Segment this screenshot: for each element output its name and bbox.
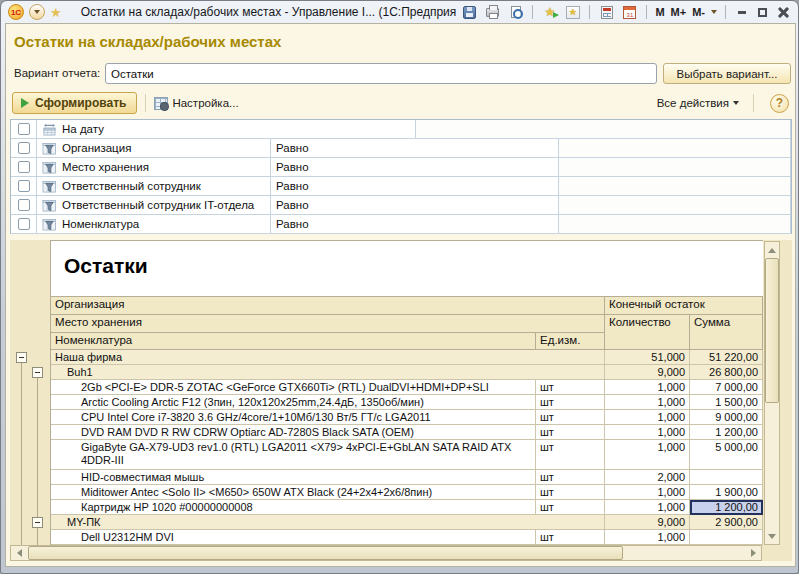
report-cell-group-name[interactable]: MY-ПК [51,515,605,530]
report-cell-unit[interactable]: шт [536,395,605,410]
main-menu-button[interactable] [29,4,45,20]
filter-condition[interactable]: Равно [271,139,559,158]
filter-condition[interactable]: Равно [271,158,559,177]
filter-value[interactable] [559,177,791,196]
filter-value[interactable] [559,158,791,177]
report-cell-sum[interactable]: 26 800,00 [690,365,763,380]
report-cell-sum-selected[interactable]: 1 200,00 [690,500,763,515]
settings-button[interactable]: Настройка... [154,97,238,110]
filter-checkbox[interactable] [18,123,30,135]
filter-checkbox[interactable] [18,142,30,154]
collapse-group-button[interactable] [32,367,43,378]
report-cell-nomenclature[interactable]: Miditower Antec <Solo II> <M650> 650W AT… [51,485,536,500]
memory-subtract-button[interactable]: M- [692,6,705,18]
report-cell-nomenclature[interactable]: Dell U2312HM DVI [51,530,536,545]
report-cell-unit[interactable]: шт [536,440,605,470]
report-cell-quantity[interactable]: 1,000 [605,380,690,395]
filter-checkbox[interactable] [18,161,30,173]
report-cell-group-name[interactable]: Buh1 [51,365,605,380]
filter-checkbox[interactable] [18,180,30,192]
report-cell-quantity[interactable]: 1,000 [605,485,690,500]
report-cell-quantity[interactable]: 51,000 [605,350,690,365]
report-cell-nomenclature[interactable]: HID-совместимая мышь [51,470,536,485]
report-cell-sum[interactable]: 7 000,00 [690,380,763,395]
report-cell-sum[interactable] [690,470,763,485]
filter-field[interactable]: Ответственный сотрудник [37,177,271,196]
all-actions-button[interactable]: Все действия [657,97,739,109]
report-cell-quantity[interactable]: 9,000 [605,365,690,380]
report-cell-quantity[interactable]: 9,000 [605,515,690,530]
filter-field[interactable]: Номенклатура [37,215,271,234]
more-tools-chevron-icon[interactable] [711,10,717,14]
filter-value[interactable] [559,139,791,158]
report-cell-quantity[interactable]: 1,000 [605,395,690,410]
help-button[interactable]: ? [770,94,789,113]
horizontal-scroll-thumb[interactable] [28,546,623,560]
filter-field[interactable]: На дату [37,120,416,139]
filter-field[interactable]: Ответственный сотрудник IT-отдела [37,196,271,215]
report-cell-nomenclature[interactable]: GigaByte GA-X79-UD3 rev1.0 (RTL) LGA2011… [51,440,536,470]
print-button[interactable] [484,4,501,20]
vertical-scroll-thumb[interactable] [765,258,779,403]
filter-checkbox[interactable] [18,218,30,230]
collapse-group-button[interactable] [16,352,27,363]
favorites-list-button[interactable]: ★ [564,4,581,20]
filter-field[interactable]: Организация [37,139,271,158]
report-cell-group-name[interactable]: Наша фирма [51,350,605,365]
report-cell-sum[interactable]: 5 000,00 [690,440,763,470]
scroll-right-button[interactable] [746,547,760,559]
report-cell-unit[interactable]: шт [536,485,605,500]
filter-checkbox[interactable] [18,199,30,211]
report-cell-quantity[interactable]: 2,000 [605,470,690,485]
report-cell-unit[interactable]: шт [536,470,605,485]
filter-condition[interactable]: Равно [271,177,559,196]
filter-value[interactable] [559,196,791,215]
collapse-group-button[interactable] [32,517,43,528]
report-cell-sum[interactable]: 1 500,00 [690,395,763,410]
report-cell-nomenclature[interactable]: 2Gb <PCI-E> DDR-5 ZOTAC <GeForce GTX660T… [51,380,536,395]
favorites-star-icon[interactable]: ★ [50,6,62,19]
filter-value[interactable] [559,215,791,234]
filter-field[interactable]: Место хранения [37,158,271,177]
filter-condition[interactable]: Равно [271,196,559,215]
scroll-down-button[interactable] [766,529,778,543]
scroll-left-button[interactable] [12,547,26,559]
report-cell-sum[interactable]: 51 220,00 [690,350,763,365]
report-cell-sum[interactable]: 1 200,00 [690,425,763,440]
horizontal-scrollbar[interactable] [10,545,762,561]
memory-recall-button[interactable]: M [655,6,664,18]
memory-add-button[interactable]: M+ [671,6,687,18]
report-cell-sum[interactable]: 2 900,00 [690,515,763,530]
filter-condition[interactable]: Равно [271,215,559,234]
report-cell-nomenclature[interactable]: Картридж HP 1020 #00000000008 [51,500,536,515]
report-cell-sum[interactable]: 1 900,00 [690,485,763,500]
report-cell-unit[interactable]: шт [536,410,605,425]
select-variant-button[interactable]: Выбрать вариант... [663,63,791,84]
print-preview-button[interactable] [507,4,524,20]
report-cell-nomenclature[interactable]: CPU Intel Core i7-3820 3.6 GHz/4core/1+1… [51,410,536,425]
calendar-button[interactable]: 31 [621,4,638,20]
report-cell-quantity[interactable]: 1,000 [605,530,690,545]
maximize-button[interactable] [755,5,770,19]
vertical-scrollbar[interactable] [764,241,780,545]
report-cell-quantity[interactable]: 1,000 [605,425,690,440]
add-to-favorites-button[interactable]: ★ [541,4,558,20]
report-cell-sum[interactable] [690,530,763,545]
filter-value[interactable] [416,120,791,139]
report-cell-unit[interactable]: шт [536,530,605,545]
report-cell-quantity[interactable]: 1,000 [605,410,690,425]
report-cell-unit[interactable]: шт [536,425,605,440]
report-cell-quantity[interactable]: 1,000 [605,440,690,470]
save-button[interactable] [461,4,478,20]
report-cell-unit[interactable]: шт [536,380,605,395]
calculator-button[interactable] [598,4,615,20]
close-button[interactable] [776,5,791,19]
report-cell-sum[interactable]: 9 000,00 [690,410,763,425]
variant-input[interactable] [105,63,657,84]
report-cell-nomenclature[interactable]: Arctic Cooling Arctic F12 (3пин, 120x120… [51,395,536,410]
report-cell-unit[interactable]: шт [536,500,605,515]
scroll-up-button[interactable] [766,243,778,257]
minimize-button[interactable] [734,5,749,19]
report-cell-nomenclature[interactable]: DVD RAM DVD R RW CDRW Optiarc AD-7280S B… [51,425,536,440]
report-cell-quantity[interactable]: 1,000 [605,500,690,515]
